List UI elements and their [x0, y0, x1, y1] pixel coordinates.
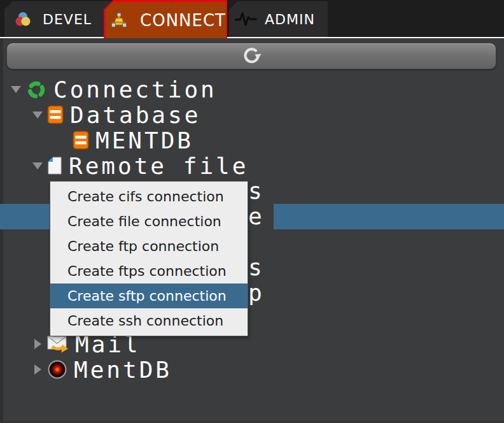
tab-admin-label: ADMIN	[265, 11, 315, 27]
tree-item-mentdb-db[interactable]: MENTDB	[0, 127, 504, 153]
tree-item-label: MENTDB	[95, 127, 193, 154]
app-window: DEVEL CONNECT ADMIN	[0, 0, 504, 423]
menu-item-create-ssh-connection[interactable]: Create ssh connection	[50, 308, 248, 333]
tree-item-tail: s	[248, 255, 265, 280]
menu-item-create-ftp-connection[interactable]: Create ftp connection	[50, 234, 248, 259]
expander-down-icon[interactable]	[29, 111, 46, 118]
tree-item-mentdb[interactable]: MentDB	[0, 357, 504, 382]
tree-item-tail: s	[248, 178, 265, 204]
refresh-icon	[241, 46, 262, 66]
tabbar-underline-left	[0, 37, 104, 38]
database-icon	[73, 131, 89, 150]
tree-item-label: Database	[70, 102, 200, 128]
tab-connect-inner: CONNECT	[106, 2, 226, 38]
devel-circles-icon	[14, 10, 32, 28]
tabbar-underline-right	[227, 37, 504, 38]
tree-item-connection[interactable]: Connection	[0, 76, 504, 102]
expander-down-icon[interactable]	[8, 86, 24, 93]
tree-item-tail: p	[248, 280, 265, 306]
tab-connect-label: CONNECT	[140, 11, 226, 30]
expander-down-icon[interactable]	[29, 162, 46, 169]
mail-icon	[47, 334, 69, 354]
context-menu: Create cifs connection Create file conne…	[50, 181, 248, 336]
expander-right-icon[interactable]	[29, 339, 46, 349]
tab-devel-label: DEVEL	[43, 11, 92, 27]
tree-item-label: MentDB	[74, 357, 172, 383]
tree-item-database[interactable]: Database	[0, 102, 504, 127]
menu-item-create-cifs-connection[interactable]: Create cifs connection	[50, 184, 248, 209]
menu-item-create-sftp-connection[interactable]: Create sftp connection	[50, 283, 248, 308]
pulse-icon	[234, 10, 257, 28]
tab-connect[interactable]: CONNECT	[104, 0, 227, 38]
network-hub-icon	[111, 11, 127, 30]
connection-ring-icon	[25, 78, 47, 100]
menu-item-create-ftps-connection[interactable]: Create ftps connection	[50, 259, 248, 283]
tab-admin[interactable]: ADMIN	[229, 1, 328, 37]
expander-right-icon[interactable]	[29, 364, 46, 375]
database-icon	[47, 105, 64, 124]
label-background-patch: e	[244, 204, 274, 229]
menu-item-create-file-connection[interactable]: Create file connection	[50, 209, 248, 234]
tree-item-label: Remote file	[69, 153, 248, 179]
mentdb-led-icon	[47, 359, 67, 380]
tree-item-label: Connection	[53, 76, 217, 103]
file-icon	[47, 156, 62, 175]
tree-item-remote-file[interactable]: Remote file	[0, 153, 504, 178]
tab-bar: DEVEL CONNECT ADMIN	[0, 0, 504, 38]
refresh-button[interactable]	[6, 43, 496, 69]
tab-devel[interactable]: DEVEL	[4, 1, 111, 37]
tree-item-tail: e	[248, 204, 265, 229]
